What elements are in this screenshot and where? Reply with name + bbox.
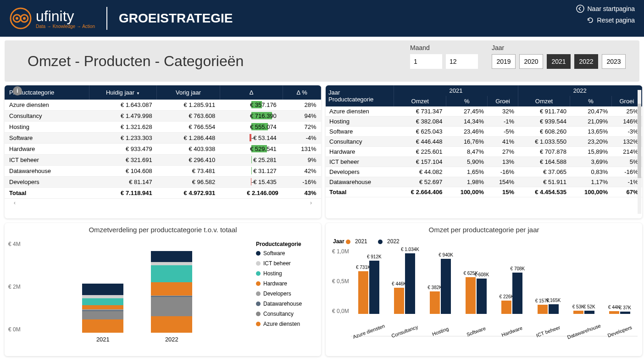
segment-consultancy[interactable] (151, 297, 192, 316)
table-row[interactable]: Datawarehouse€ 52.6971,98%154%€ 51.9111,… (326, 177, 642, 187)
month-to-input[interactable] (446, 54, 478, 69)
segment-ict-beheer[interactable] (151, 262, 192, 265)
bar-group[interactable]: € 44K€ 37KDevelopers (609, 311, 630, 314)
table-row[interactable]: Consultancy€ 446.44816,76%41%€ 1.033.550… (326, 137, 642, 147)
app-header: ufinity Data → Knowledge → Action GROEIS… (0, 0, 644, 37)
svg-point-3 (16, 17, 18, 20)
legend-item[interactable]: ICT beheer (256, 260, 317, 267)
grouped-legend: Jaar 2021 2022 (330, 238, 638, 245)
table-row[interactable]: Azure diensten€ 1.643.087€ 1.285.911 € 3… (5, 100, 321, 111)
stacked-bar[interactable]: 2022 (151, 251, 192, 333)
bar-group[interactable]: € 446K€ 1.034KConsultancy (394, 253, 415, 314)
horizontal-scrollbar[interactable]: ‹› (5, 199, 321, 207)
stacked-legend: Productcategorie SoftwareICT beheerHosti… (252, 236, 321, 346)
month-filter: Maand (410, 44, 478, 69)
stacked-y-axis: € 4M € 2M € 0M (5, 236, 22, 346)
segment-hardware[interactable] (82, 305, 123, 309)
bar-2022[interactable]: € 37K (620, 312, 630, 314)
svg-point-5 (577, 5, 584, 12)
segment-software[interactable] (82, 284, 123, 295)
summary-table: Productcategorie Huidig jaar▼ Vorig jaar… (5, 85, 321, 199)
bar-group[interactable]: € 157K€ 165KICT beheer (538, 304, 559, 314)
bar-2022[interactable]: € 708K (512, 273, 522, 314)
segment-hosting[interactable] (151, 265, 192, 283)
back-icon (576, 5, 584, 13)
table-row[interactable]: ICT beheer€ 321.691€ 296.410 € 25.281 9% (5, 155, 321, 166)
bar-2022[interactable]: € 52K (584, 311, 594, 314)
th-vorig-jaar[interactable]: Vorig jaar (157, 85, 220, 100)
legend-item[interactable]: Consultancy (256, 311, 317, 317)
segment-azure-diensten[interactable] (82, 319, 123, 333)
th-year-2022[interactable]: 2022 (518, 85, 642, 96)
bar-2021[interactable]: € 157K (538, 305, 548, 314)
bar-group[interactable]: € 53K€ 52KDatawarehouse (573, 311, 594, 314)
vertical-scrollbar[interactable] (638, 90, 641, 214)
table-row[interactable]: ICT beheer€ 157.1045,90%13%€ 164.5883,69… (326, 157, 642, 167)
th-delta[interactable]: Δ (220, 85, 283, 100)
bar-2021[interactable]: € 44K (609, 311, 619, 314)
th-delta-pct[interactable]: Δ % (283, 85, 321, 100)
bar-group[interactable]: € 731K€ 912KAzure diensten (358, 261, 379, 314)
year-button-2020[interactable]: 2020 (519, 54, 543, 69)
bar-2021[interactable]: € 625K (466, 277, 476, 314)
bar-2021[interactable]: € 53K (573, 311, 583, 314)
table-row[interactable]: Consultancy€ 1.479.998€ 763.608 € 716.39… (5, 111, 321, 122)
bar-group[interactable]: € 226K€ 708KHardware (501, 273, 522, 314)
header-divider (106, 7, 107, 30)
month-from-input[interactable] (410, 54, 442, 69)
table-row[interactable]: Hosting€ 1.321.628€ 766.554 € 555.074 72… (5, 122, 321, 133)
table-row[interactable]: Hardware€ 225.6018,47%27%€ 707.87815,89%… (326, 147, 642, 157)
table-row[interactable]: Developers€ 44.0821,65%-16%€ 37.0650,83%… (326, 167, 642, 177)
bar-2021[interactable]: € 731K (358, 271, 368, 314)
bar-value-label: € 940K (439, 252, 453, 257)
th-groei-1[interactable]: Groei (488, 96, 518, 106)
th-omzet-2[interactable]: Omzet (518, 96, 570, 106)
info-button[interactable]: i (13, 86, 22, 95)
bar-2021[interactable]: € 382K (430, 291, 440, 314)
stacked-bar[interactable]: 2021 (82, 284, 123, 333)
segment-consultancy[interactable] (82, 311, 123, 319)
category-label: Datawarehouse (566, 323, 601, 340)
legend-item[interactable]: Hosting (256, 270, 317, 277)
table-row[interactable]: Azure diensten€ 731.34727,45%32%€ 911.74… (326, 106, 642, 117)
year-button-2022[interactable]: 2022 (574, 54, 598, 69)
bar-2021[interactable]: € 226K (501, 301, 511, 314)
legend-item[interactable]: Software (256, 250, 317, 257)
bar-group[interactable]: € 382K€ 940KHosting (430, 259, 451, 314)
year-button-2023[interactable]: 2023 (602, 54, 626, 69)
year-button-2019[interactable]: 2019 (492, 54, 516, 69)
bar-2022[interactable]: € 608K (477, 279, 487, 314)
bar-2022[interactable]: € 165K (549, 304, 559, 314)
th-pct-2[interactable]: % (570, 96, 611, 106)
legend-item[interactable]: Hardware (256, 280, 317, 287)
stacked-bars-area[interactable]: 20212022 (22, 236, 252, 346)
legend-item[interactable]: Datawarehouse (256, 301, 317, 307)
th-pct-1[interactable]: % (446, 96, 488, 106)
table-row[interactable]: Datawarehouse€ 104.608€ 73.481 € 31.127 … (5, 166, 321, 177)
nav-home-link[interactable]: Naar startpagina (576, 5, 635, 13)
logo-icon (9, 7, 32, 30)
bar-2021[interactable]: € 446K (394, 288, 404, 314)
th-huidig-jaar[interactable]: Huidig jaar▼ (89, 85, 156, 100)
table-row[interactable]: Hosting€ 382.08414,34%-1%€ 939.54421,09%… (326, 117, 642, 127)
table-row[interactable]: Developers€ 81.147€ 96.582 -€ 15.435 -16… (5, 177, 321, 188)
grouped-bars-area[interactable]: € 731K€ 912KAzure diensten€ 446K€ 1.034K… (351, 245, 638, 336)
bar-2022[interactable]: € 1.034K (405, 253, 415, 314)
nav-reset-link[interactable]: Reset pagina (587, 17, 635, 24)
segment-software[interactable] (151, 251, 192, 262)
legend-item[interactable]: Developers (256, 290, 317, 297)
bar-2022[interactable]: € 940K (441, 259, 451, 314)
segment-hardware[interactable] (151, 282, 192, 295)
bar-2022[interactable]: € 912K (369, 261, 379, 314)
th-year-2021[interactable]: 2021 (394, 85, 518, 96)
legend-item[interactable]: Azure diensten (256, 321, 317, 327)
segment-azure-diensten[interactable] (151, 316, 192, 333)
table-row[interactable]: Hardware€ 933.479€ 403.938 € 529.541 131… (5, 144, 321, 155)
th-omzet-1[interactable]: Omzet (394, 96, 446, 106)
table-row[interactable]: Software€ 625.04323,46%-5%€ 608.26013,65… (326, 127, 642, 137)
th-jaar-cat[interactable]: Jaar Productcategorie (326, 85, 394, 106)
year-button-2021[interactable]: 2021 (547, 54, 571, 69)
table-row[interactable]: Software€ 1.233.303€ 1.286.448 -€ 53.144… (5, 133, 321, 144)
bar-group[interactable]: € 625K€ 608KSoftware (466, 277, 487, 314)
segment-hosting[interactable] (82, 298, 123, 305)
